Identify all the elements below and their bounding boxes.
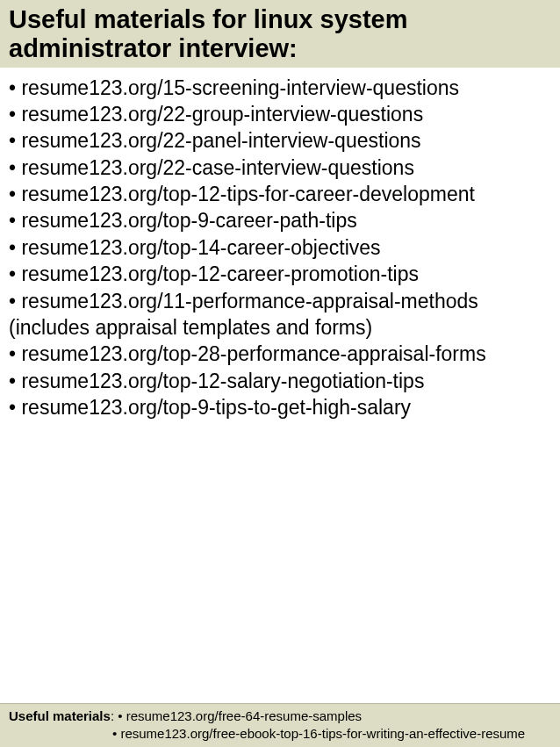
- footer-link-2: • resume123.org/free-ebook-top-16-tips-f…: [112, 726, 525, 741]
- footer-sep: :: [111, 708, 118, 723]
- footer-line-1: Useful materials: • resume123.org/free-6…: [9, 707, 551, 725]
- list-item: • resume123.org/top-12-salary-negotiatio…: [9, 368, 551, 394]
- footer-label: Useful materials: [9, 708, 111, 723]
- list-item: • resume123.org/22-group-interview-quest…: [9, 101, 551, 127]
- list-item: • resume123.org/11-performance-appraisal…: [9, 288, 551, 341]
- list-item: • resume123.org/22-case-interview-questi…: [9, 154, 551, 181]
- list-item: • resume123.org/top-12-career-promotion-…: [9, 261, 551, 287]
- footer-link-1: • resume123.org/free-64-resume-samples: [118, 708, 362, 723]
- list-item: • resume123.org/15-screening-interview-q…: [9, 75, 551, 101]
- list-item: • resume123.org/top-9-tips-to-get-high-s…: [9, 394, 551, 420]
- main-content: • resume123.org/15-screening-interview-q…: [0, 68, 560, 421]
- page-title: Useful materials for linux system admini…: [9, 5, 551, 64]
- footer: Useful materials: • resume123.org/free-6…: [0, 703, 560, 747]
- list-item: • resume123.org/top-12-tips-for-career-d…: [9, 181, 551, 207]
- list-item: • resume123.org/top-9-career-path-tips: [9, 207, 551, 233]
- list-item: • resume123.org/top-14-career-objectives: [9, 234, 551, 261]
- list-item: • resume123.org/top-28-performance-appra…: [9, 341, 551, 367]
- footer-line-2: • resume123.org/free-ebook-top-16-tips-f…: [9, 725, 551, 743]
- list-item: • resume123.org/22-panel-interview-quest…: [9, 127, 551, 154]
- header-box: Useful materials for linux system admini…: [0, 0, 560, 68]
